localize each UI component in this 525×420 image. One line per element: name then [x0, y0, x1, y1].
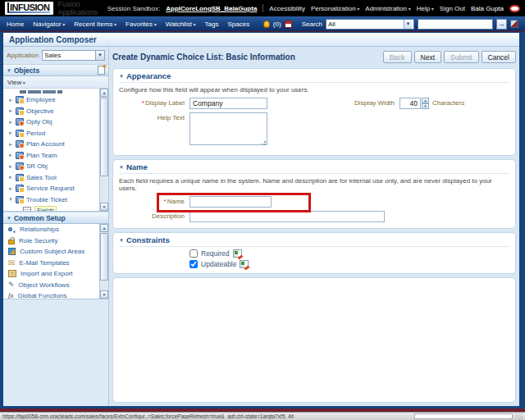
required-checkbox[interactable] — [189, 249, 198, 258]
search-go-button[interactable]: → — [496, 19, 507, 30]
expand-arrow-icon[interactable]: ► — [8, 142, 13, 147]
back-button[interactable]: Back — [383, 51, 412, 63]
expand-arrow-icon[interactable]: ► — [8, 130, 13, 135]
name-input[interactable] — [189, 196, 272, 208]
cancel-button[interactable]: Cancel — [482, 51, 516, 63]
scroll-up-icon[interactable]: ▲ — [100, 89, 108, 97]
page-frame: Application Composer Application Sales ▼… — [0, 33, 525, 409]
list-item[interactable]: ✎Object Workflows — [3, 280, 98, 291]
nav-watchlist[interactable]: Watchlist — [166, 21, 196, 28]
list-item[interactable]: Role Security — [3, 235, 98, 247]
name-section-header[interactable]: ▼ Name — [119, 162, 509, 174]
submit-button[interactable]: Submit — [444, 51, 478, 63]
object-icon — [16, 130, 24, 137]
scroll-up-icon[interactable]: ▲ — [100, 224, 108, 232]
scroll-down-icon[interactable]: ▼ — [100, 203, 108, 211]
nav-spaces[interactable]: Spaces — [227, 21, 249, 28]
constraints-section-header[interactable]: ▼ Constraints — [119, 235, 509, 247]
sidebar-empty-area — [3, 299, 108, 406]
collapse-icon[interactable]: ▼ — [119, 74, 124, 79]
sign-out-link[interactable]: Sign Out — [440, 5, 465, 12]
tree-item[interactable]: ►Period — [3, 128, 98, 139]
tree-item-expanded[interactable]: ▼Trouble Ticket — [3, 194, 98, 206]
display-width-input[interactable] — [399, 98, 421, 109]
help-menu[interactable]: Help — [417, 5, 434, 12]
objects-panel-header[interactable]: ▼ Objects — [3, 64, 108, 76]
list-item[interactable]: Custom Subject Areas — [3, 246, 98, 258]
scroll-down-icon[interactable]: ▼ — [100, 290, 108, 299]
collapse-icon[interactable]: ▼ — [119, 238, 124, 243]
collapse-icon[interactable]: ▼ — [7, 216, 11, 221]
expand-arrow-icon[interactable]: ► — [8, 98, 13, 103]
common-setup-header[interactable]: ▼ Common Setup — [3, 212, 108, 224]
wizard-title: Create Dynamic Choice List: Basic Inform… — [112, 52, 295, 62]
list-item[interactable]: ✉E-Mail Templates — [3, 258, 98, 269]
scrollbar-thumb[interactable] — [100, 233, 108, 281]
advanced-search-icon[interactable] — [510, 20, 518, 28]
view-menu-button[interactable]: View — [7, 79, 25, 86]
updateable-checkbox[interactable] — [189, 260, 198, 268]
spin-up-icon[interactable]: ▲ — [422, 98, 429, 103]
new-object-icon[interactable] — [98, 66, 105, 75]
expand-arrow-icon[interactable]: ► — [8, 108, 13, 113]
chevron-down-icon[interactable]: ▼ — [95, 51, 104, 60]
resize-handle-icon[interactable] — [262, 140, 267, 145]
nav-home[interactable]: Home — [7, 21, 24, 28]
page-title: Application Composer — [9, 35, 97, 44]
tree-item[interactable]: ►Opty Obj — [3, 116, 98, 128]
main-content: Create Dynamic Choice List: Basic Inform… — [109, 47, 519, 406]
tree-item[interactable]: ►Service Request — [3, 183, 98, 194]
tree-item[interactable]: ►Sales Tool — [3, 172, 98, 184]
appearance-section: ▼ Appearance Configure how this field wi… — [112, 68, 516, 156]
scrollbar-thumb[interactable] — [100, 98, 108, 176]
expression-builder-icon[interactable] — [240, 260, 249, 268]
application-select[interactable]: Sales ▼ — [42, 50, 105, 61]
help-text-textarea[interactable] — [189, 112, 267, 145]
expand-arrow-icon[interactable]: ► — [8, 153, 13, 158]
expand-arrow-icon[interactable]: ► — [8, 120, 13, 125]
collapse-icon[interactable]: ▼ — [119, 165, 124, 170]
expression-builder-icon[interactable] — [233, 249, 242, 258]
administration-menu[interactable]: Administration — [365, 5, 410, 12]
list-item[interactable]: ↑Import and Export — [3, 268, 98, 280]
expand-arrow-icon[interactable]: ► — [8, 175, 13, 180]
next-button[interactable]: Next — [414, 51, 441, 63]
personalization-menu[interactable]: Personalization — [311, 5, 359, 12]
spin-down-icon[interactable]: ▼ — [422, 103, 429, 109]
description-label: Description — [119, 211, 185, 220]
nav-tags[interactable]: Tags — [205, 21, 219, 28]
session-sandbox-link[interactable]: ApplCoreLongSB_BalaGupta — [166, 5, 257, 12]
tree-item[interactable]: ►SR Obj — [3, 161, 98, 172]
common-list-scrollbar[interactable]: ▲ ▼ — [99, 224, 108, 299]
tree-child-item-selected[interactable]: Fields — [3, 205, 98, 212]
object-icon — [16, 196, 24, 203]
chevron-down-icon[interactable]: ▼ — [404, 20, 412, 29]
calendar-icon[interactable] — [285, 21, 292, 28]
tree-item-clipped[interactable] — [3, 89, 98, 94]
object-icon — [16, 118, 24, 126]
description-input[interactable] — [189, 211, 385, 222]
accessibility-link[interactable]: Accessibility — [269, 5, 305, 12]
nav-navigator[interactable]: Navigator — [33, 21, 65, 28]
expand-arrow-icon[interactable]: ► — [8, 164, 13, 169]
list-item[interactable]: Relationships — [3, 224, 98, 235]
search-scope-select[interactable]: All ▼ — [326, 19, 414, 30]
list-item[interactable]: fxGlobal Functions — [3, 290, 98, 299]
tree-item[interactable]: ►Employee — [3, 94, 98, 106]
search-input[interactable] — [418, 19, 493, 30]
expand-arrow-icon[interactable]: ► — [8, 186, 13, 191]
tree-scrollbar[interactable]: ▲ ▼ — [99, 89, 108, 211]
resize-grip-icon[interactable] — [515, 413, 523, 420]
alerts-bell-icon[interactable] — [263, 21, 270, 28]
nav-favorites[interactable]: Favorites — [126, 21, 157, 28]
appearance-section-header[interactable]: ▼ Appearance — [119, 71, 509, 83]
object-icon — [16, 107, 24, 115]
tree-item[interactable]: ►Plan Account — [3, 139, 98, 150]
collapse-icon[interactable]: ▼ — [7, 68, 11, 73]
tree-item[interactable]: ►Plan Team — [3, 150, 98, 162]
tree-item[interactable]: ►Objective — [3, 106, 98, 117]
display-label-input[interactable] — [189, 98, 267, 109]
nav-recent-items[interactable]: Recent Items — [74, 21, 116, 28]
collapse-arrow-icon[interactable]: ▼ — [8, 197, 13, 202]
oracle-oval-icon[interactable] — [509, 5, 520, 12]
